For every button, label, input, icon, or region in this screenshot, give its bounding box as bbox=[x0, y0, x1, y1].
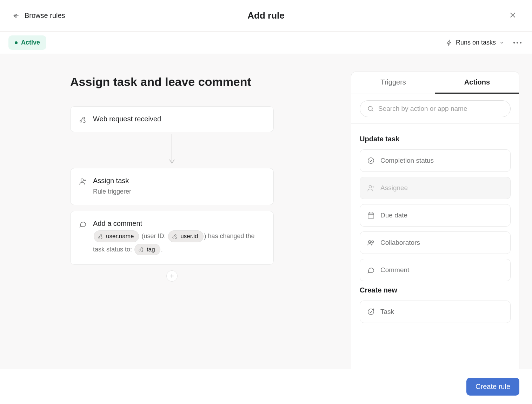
search-box[interactable] bbox=[360, 100, 511, 117]
section-label: Update task bbox=[360, 135, 511, 143]
rule-title-input[interactable]: Assign task and leave comment bbox=[70, 75, 274, 89]
task-add-icon bbox=[367, 308, 375, 316]
search-input[interactable] bbox=[378, 105, 503, 113]
action-card-comment[interactable]: Add a comment user.name (user ID: user.i… bbox=[70, 211, 274, 265]
action-option-due-date[interactable]: Due date bbox=[360, 204, 511, 227]
assign-person-icon bbox=[79, 177, 87, 185]
close-button[interactable] bbox=[506, 8, 519, 23]
add-step-button[interactable] bbox=[166, 270, 178, 282]
action-option-label: Due date bbox=[380, 211, 407, 219]
status-pill[interactable]: Active bbox=[8, 35, 46, 50]
action-option-label: Collaborators bbox=[380, 239, 420, 247]
variable-token: user.name bbox=[94, 230, 139, 242]
action-title: Add a comment bbox=[93, 220, 265, 228]
variable-token: tag bbox=[134, 244, 160, 256]
comment-icon bbox=[79, 220, 87, 228]
plus-icon bbox=[169, 273, 175, 279]
webhook-icon bbox=[79, 116, 87, 123]
action-title: Assign task bbox=[93, 177, 265, 185]
action-card-assign[interactable]: Assign task Rule triggerer bbox=[70, 168, 274, 205]
page-title: Add rule bbox=[247, 10, 284, 21]
trigger-card[interactable]: Web request received bbox=[70, 106, 274, 132]
action-option-label: Task bbox=[380, 308, 394, 316]
tab-actions[interactable]: Actions bbox=[435, 72, 519, 94]
more-horizontal-icon bbox=[513, 42, 521, 43]
svg-point-11 bbox=[368, 158, 374, 164]
action-option-label: Comment bbox=[380, 266, 409, 274]
action-option-collaborators[interactable]: Collaborators bbox=[360, 231, 511, 254]
comment-icon bbox=[367, 266, 375, 274]
browse-rules-button[interactable]: Browse rules bbox=[13, 12, 65, 20]
calendar-icon bbox=[367, 211, 375, 219]
action-option-assignee: Assignee bbox=[360, 177, 511, 199]
section-label: Create new bbox=[360, 286, 511, 294]
svg-line-10 bbox=[372, 110, 373, 111]
runs-on-label: Runs on tasks bbox=[456, 39, 496, 46]
chevron-down-icon bbox=[499, 40, 504, 45]
actions-list[interactable]: Update task Completion status Assignee D… bbox=[351, 124, 519, 369]
svg-point-4 bbox=[81, 179, 84, 181]
bolt-icon bbox=[446, 40, 452, 46]
variable-token: user.id bbox=[168, 230, 203, 242]
check-circle-icon bbox=[367, 157, 375, 164]
assign-person-icon bbox=[367, 184, 375, 192]
tab-triggers[interactable]: Triggers bbox=[351, 72, 435, 94]
action-subtitle: Rule triggerer bbox=[93, 187, 265, 196]
comment-preview: user.name (user ID: user.id) has changed… bbox=[93, 230, 265, 256]
svg-point-9 bbox=[368, 106, 372, 110]
close-icon bbox=[509, 11, 517, 19]
people-icon bbox=[367, 239, 375, 247]
svg-point-21 bbox=[368, 309, 374, 315]
action-option-comment[interactable]: Comment bbox=[360, 259, 511, 281]
action-option-label: Completion status bbox=[380, 157, 434, 164]
create-rule-button[interactable]: Create rule bbox=[466, 378, 519, 396]
more-button[interactable] bbox=[511, 40, 524, 46]
svg-point-12 bbox=[369, 186, 372, 188]
browse-rules-label: Browse rules bbox=[25, 12, 65, 20]
action-option-completion-status[interactable]: Completion status bbox=[360, 149, 511, 172]
flow-arrow bbox=[70, 134, 274, 166]
status-dot-icon bbox=[15, 41, 18, 44]
trigger-label: Web request received bbox=[93, 115, 265, 123]
svg-point-20 bbox=[372, 241, 374, 243]
status-label: Active bbox=[21, 39, 40, 46]
search-icon bbox=[367, 105, 374, 112]
action-option-task[interactable]: Task bbox=[360, 301, 511, 323]
runs-on-dropdown[interactable]: Runs on tasks bbox=[446, 39, 504, 46]
svg-rect-15 bbox=[368, 213, 374, 218]
action-option-label: Assignee bbox=[380, 184, 408, 192]
actions-sidepanel: Triggers Actions Update task Completion … bbox=[351, 72, 519, 369]
arrow-left-icon bbox=[13, 12, 20, 19]
svg-point-19 bbox=[368, 241, 371, 243]
